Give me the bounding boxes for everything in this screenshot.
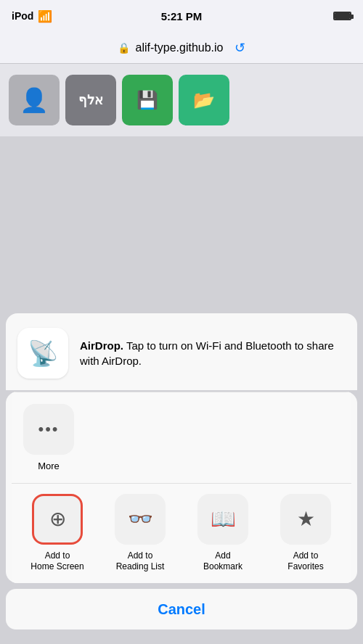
tab-thumb-person: 👤 (9, 75, 60, 125)
status-time: 5:21 PM (161, 10, 203, 22)
tab-thumb-text-tab: אלף (65, 75, 116, 125)
airdrop-section: 📡 AirDrop. Tap to turn on Wi-Fi and Blue… (6, 313, 357, 390)
status-bar: iPod 📶 5:21 PM (0, 0, 363, 32)
glasses-icon: 👓 (128, 507, 153, 531)
tab-text-label: אלף (78, 92, 103, 108)
tab-thumb-green: 💾 (122, 75, 173, 125)
airdrop-icon: 📡 (28, 339, 58, 368)
cancel-button[interactable]: Cancel (6, 589, 357, 629)
safe-area (0, 629, 363, 644)
tab-person-icon: 👤 (20, 86, 49, 114)
battery-icon (333, 12, 351, 20)
more-dots-icon: ••• (38, 420, 59, 439)
add-home-icon-box: ⊕ (32, 494, 83, 545)
cancel-label: Cancel (158, 601, 205, 618)
action-item-bookmark[interactable]: 📖 AddBookmark (186, 494, 260, 573)
lock-icon: 🔒 (118, 42, 130, 54)
bookmark-icon-box: 📖 (197, 494, 248, 545)
add-home-label: Add toHome Screen (30, 550, 83, 573)
favorites-icon-box: ★ (280, 494, 331, 545)
share-sheet: 📡 AirDrop. Tap to turn on Wi-Fi and Blue… (0, 313, 363, 644)
bookmark-label: AddBookmark (203, 550, 242, 573)
airdrop-icon-box[interactable]: 📡 (17, 328, 68, 379)
action-item-favorites[interactable]: ★ Add toFavorites (269, 494, 343, 573)
star-icon: ★ (297, 507, 315, 531)
device-label: iPod (12, 10, 33, 22)
wifi-icon: 📶 (38, 9, 52, 23)
address-bar[interactable]: 🔒 alif-type.github.io ↺ (0, 32, 363, 64)
tab-green-icon: 💾 (136, 90, 158, 110)
reading-list-label: Add toReading List (116, 550, 165, 573)
combined-sheet: ••• More ⊕ Add toHome Screen 👓 Add toRea… (6, 392, 357, 583)
tab-thumb-teal: 📂 (179, 75, 229, 125)
action-item-add-home[interactable]: ⊕ Add toHome Screen (20, 494, 94, 573)
url-text: alif-type.github.io (136, 41, 224, 54)
action-item-reading-list[interactable]: 👓 Add toReading List (103, 494, 177, 573)
browser-tabs-area: 👤 אלף 💾 📂 (0, 64, 363, 136)
more-section: ••• More (12, 392, 351, 483)
reload-icon[interactable]: ↺ (234, 40, 245, 56)
airdrop-title: AirDrop. (80, 339, 123, 352)
favorites-label: Add toFavorites (287, 550, 323, 573)
more-icon-box[interactable]: ••• (23, 404, 74, 455)
book-icon: 📖 (211, 507, 236, 531)
reading-list-icon-box: 👓 (115, 494, 166, 545)
plus-icon: ⊕ (49, 507, 66, 531)
tab-teal-icon: 📂 (193, 90, 215, 110)
airdrop-description: AirDrop. Tap to turn on Wi-Fi and Blueto… (80, 338, 346, 368)
actions-section: ⊕ Add toHome Screen 👓 Add toReading List… (12, 483, 351, 583)
more-label: More (23, 461, 74, 471)
